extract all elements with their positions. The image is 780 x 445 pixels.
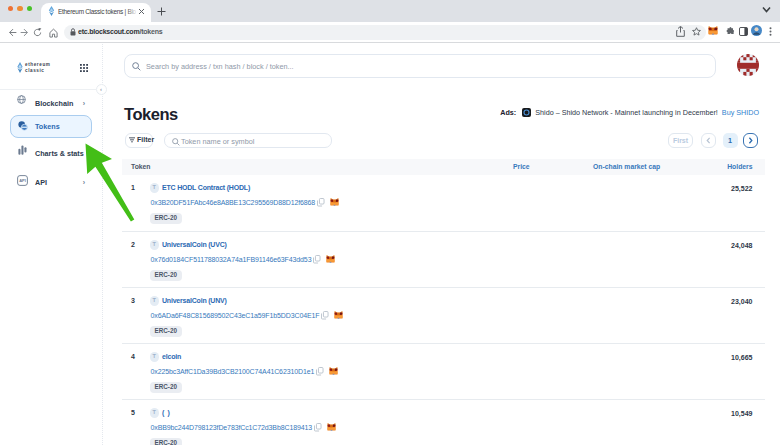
svg-text:API: API: [19, 178, 26, 183]
